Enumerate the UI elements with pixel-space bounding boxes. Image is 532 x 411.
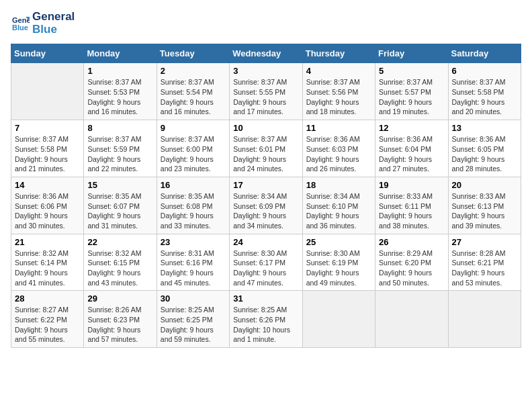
calendar-cell: 14Sunrise: 8:36 AM Sunset: 6:06 PM Dayli…: [11, 177, 84, 234]
calendar-table: SundayMondayTuesdayWednesdayThursdayFrid…: [11, 44, 521, 348]
day-number: 10: [233, 123, 298, 133]
day-info: Sunrise: 8:31 AM Sunset: 6:16 PM Dayligh…: [161, 248, 226, 288]
day-info: Sunrise: 8:36 AM Sunset: 6:04 PM Dayligh…: [379, 134, 444, 174]
day-info: Sunrise: 8:30 AM Sunset: 6:17 PM Dayligh…: [233, 248, 298, 288]
weekday-row: SundayMondayTuesdayWednesdayThursdayFrid…: [11, 44, 521, 63]
day-info: Sunrise: 8:29 AM Sunset: 6:20 PM Dayligh…: [379, 248, 444, 288]
day-info: Sunrise: 8:33 AM Sunset: 6:13 PM Dayligh…: [452, 191, 517, 231]
day-info: Sunrise: 8:30 AM Sunset: 6:19 PM Dayligh…: [306, 248, 371, 288]
day-number: 2: [161, 66, 226, 76]
day-number: 28: [15, 293, 80, 304]
day-info: Sunrise: 8:37 AM Sunset: 5:59 PM Dayligh…: [87, 134, 152, 174]
calendar-cell: 6Sunrise: 8:37 AM Sunset: 5:58 PM Daylig…: [448, 63, 521, 120]
calendar-cell: 24Sunrise: 8:30 AM Sunset: 6:17 PM Dayli…: [230, 234, 302, 291]
calendar-cell: 20Sunrise: 8:33 AM Sunset: 6:13 PM Dayli…: [448, 177, 521, 234]
calendar-cell: 29Sunrise: 8:26 AM Sunset: 6:23 PM Dayli…: [84, 291, 157, 348]
day-number: 12: [379, 123, 444, 133]
day-number: 11: [306, 123, 371, 133]
weekday-header: Sunday: [11, 44, 84, 63]
day-info: Sunrise: 8:25 AM Sunset: 6:26 PM Dayligh…: [233, 305, 298, 345]
calendar-week-row: 28Sunrise: 8:27 AM Sunset: 6:22 PM Dayli…: [11, 291, 521, 348]
calendar-cell: 11Sunrise: 8:36 AM Sunset: 6:03 PM Dayli…: [302, 120, 375, 177]
calendar-cell: 25Sunrise: 8:30 AM Sunset: 6:19 PM Dayli…: [302, 234, 375, 291]
day-number: 13: [452, 123, 517, 133]
calendar-cell: [11, 63, 84, 120]
calendar-cell: 12Sunrise: 8:36 AM Sunset: 6:04 PM Dayli…: [375, 120, 448, 177]
calendar-cell: 3Sunrise: 8:37 AM Sunset: 5:55 PM Daylig…: [230, 63, 302, 120]
day-info: Sunrise: 8:34 AM Sunset: 6:09 PM Dayligh…: [233, 191, 298, 231]
day-number: 20: [452, 180, 517, 190]
day-info: Sunrise: 8:32 AM Sunset: 6:15 PM Dayligh…: [87, 248, 152, 288]
day-number: 1: [87, 66, 152, 76]
day-number: 8: [87, 123, 152, 133]
day-info: Sunrise: 8:28 AM Sunset: 6:21 PM Dayligh…: [452, 248, 517, 288]
day-number: 14: [15, 180, 80, 190]
day-number: 18: [306, 180, 371, 190]
day-info: Sunrise: 8:35 AM Sunset: 6:08 PM Dayligh…: [161, 191, 226, 231]
calendar-cell: 21Sunrise: 8:32 AM Sunset: 6:14 PM Dayli…: [11, 234, 84, 291]
day-number: 21: [15, 237, 80, 247]
day-info: Sunrise: 8:37 AM Sunset: 5:58 PM Dayligh…: [15, 134, 80, 174]
calendar-cell: 30Sunrise: 8:25 AM Sunset: 6:25 PM Dayli…: [157, 291, 229, 348]
day-number: 9: [161, 123, 226, 133]
weekday-header: Saturday: [448, 44, 521, 63]
day-info: Sunrise: 8:37 AM Sunset: 5:54 PM Dayligh…: [161, 77, 226, 117]
svg-text:Blue: Blue: [12, 24, 28, 32]
calendar-cell: 22Sunrise: 8:32 AM Sunset: 6:15 PM Dayli…: [84, 234, 157, 291]
day-info: Sunrise: 8:37 AM Sunset: 5:53 PM Dayligh…: [87, 77, 152, 117]
day-info: Sunrise: 8:33 AM Sunset: 6:11 PM Dayligh…: [379, 191, 444, 231]
calendar-cell: 13Sunrise: 8:36 AM Sunset: 6:05 PM Dayli…: [448, 120, 521, 177]
calendar-cell: 16Sunrise: 8:35 AM Sunset: 6:08 PM Dayli…: [157, 177, 229, 234]
calendar-cell: 4Sunrise: 8:37 AM Sunset: 5:56 PM Daylig…: [302, 63, 375, 120]
calendar-cell: 1Sunrise: 8:37 AM Sunset: 5:53 PM Daylig…: [84, 63, 157, 120]
calendar-cell: 31Sunrise: 8:25 AM Sunset: 6:26 PM Dayli…: [230, 291, 302, 348]
logo: General Blue General Blue: [11, 11, 75, 36]
day-number: 16: [161, 180, 226, 190]
day-info: Sunrise: 8:37 AM Sunset: 5:55 PM Dayligh…: [233, 77, 298, 117]
day-info: Sunrise: 8:27 AM Sunset: 6:22 PM Dayligh…: [15, 305, 80, 345]
logo-text-line2: Blue: [32, 24, 75, 36]
day-number: 25: [306, 237, 371, 247]
calendar-cell: 2Sunrise: 8:37 AM Sunset: 5:54 PM Daylig…: [157, 63, 229, 120]
calendar-cell: 27Sunrise: 8:28 AM Sunset: 6:21 PM Dayli…: [448, 234, 521, 291]
calendar-cell: 17Sunrise: 8:34 AM Sunset: 6:09 PM Dayli…: [230, 177, 302, 234]
day-info: Sunrise: 8:36 AM Sunset: 6:05 PM Dayligh…: [452, 134, 517, 174]
day-info: Sunrise: 8:34 AM Sunset: 6:10 PM Dayligh…: [306, 191, 371, 231]
weekday-header: Thursday: [302, 44, 375, 63]
logo-text-line1: General: [32, 11, 75, 24]
calendar-cell: [375, 291, 448, 348]
day-info: Sunrise: 8:32 AM Sunset: 6:14 PM Dayligh…: [15, 248, 80, 288]
day-number: 26: [379, 237, 444, 247]
logo-icon: General Blue: [11, 14, 30, 33]
day-info: Sunrise: 8:37 AM Sunset: 6:00 PM Dayligh…: [161, 134, 226, 174]
day-info: Sunrise: 8:37 AM Sunset: 5:58 PM Dayligh…: [452, 77, 517, 117]
day-number: 5: [379, 66, 444, 76]
calendar-week-row: 7Sunrise: 8:37 AM Sunset: 5:58 PM Daylig…: [11, 120, 521, 177]
page-header: General Blue General Blue: [11, 11, 521, 36]
day-info: Sunrise: 8:26 AM Sunset: 6:23 PM Dayligh…: [87, 305, 152, 345]
calendar-cell: 7Sunrise: 8:37 AM Sunset: 5:58 PM Daylig…: [11, 120, 84, 177]
calendar-cell: 10Sunrise: 8:37 AM Sunset: 6:01 PM Dayli…: [230, 120, 302, 177]
day-number: 15: [87, 180, 152, 190]
day-number: 4: [306, 66, 371, 76]
calendar-cell: 18Sunrise: 8:34 AM Sunset: 6:10 PM Dayli…: [302, 177, 375, 234]
calendar-cell: 15Sunrise: 8:35 AM Sunset: 6:07 PM Dayli…: [84, 177, 157, 234]
calendar-cell: 19Sunrise: 8:33 AM Sunset: 6:11 PM Dayli…: [375, 177, 448, 234]
calendar-body: 1Sunrise: 8:37 AM Sunset: 5:53 PM Daylig…: [11, 63, 521, 348]
calendar-cell: [302, 291, 375, 348]
day-number: 31: [233, 293, 298, 304]
weekday-header: Monday: [84, 44, 157, 63]
calendar-cell: 23Sunrise: 8:31 AM Sunset: 6:16 PM Dayli…: [157, 234, 229, 291]
day-info: Sunrise: 8:35 AM Sunset: 6:07 PM Dayligh…: [87, 191, 152, 231]
weekday-header: Friday: [375, 44, 448, 63]
calendar-week-row: 21Sunrise: 8:32 AM Sunset: 6:14 PM Dayli…: [11, 234, 521, 291]
day-number: 3: [233, 66, 298, 76]
day-number: 17: [233, 180, 298, 190]
day-number: 19: [379, 180, 444, 190]
day-info: Sunrise: 8:36 AM Sunset: 6:03 PM Dayligh…: [306, 134, 371, 174]
calendar-cell: 5Sunrise: 8:37 AM Sunset: 5:57 PM Daylig…: [375, 63, 448, 120]
day-number: 24: [233, 237, 298, 247]
day-info: Sunrise: 8:37 AM Sunset: 5:56 PM Dayligh…: [306, 77, 371, 117]
day-number: 7: [15, 123, 80, 133]
day-number: 6: [452, 66, 517, 76]
